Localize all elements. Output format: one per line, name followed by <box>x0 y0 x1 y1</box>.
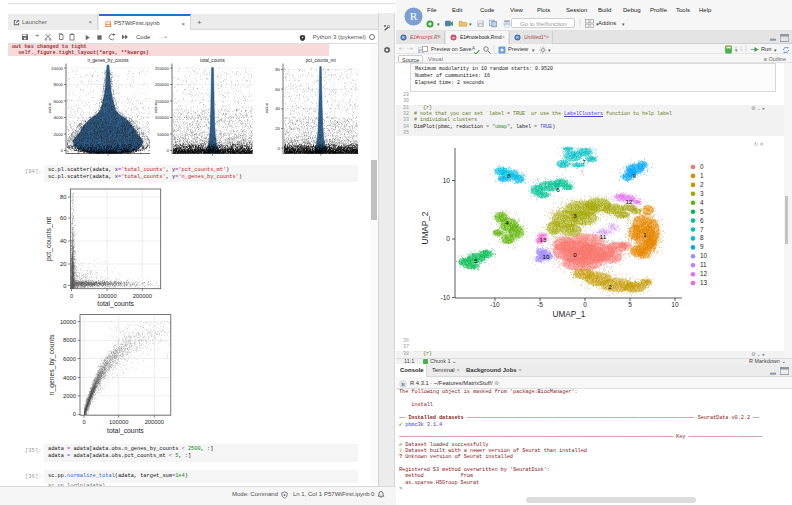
svg-text:8000: 8000 <box>63 337 76 343</box>
svg-text:R: R <box>410 10 418 22</box>
svg-text:0: 0 <box>82 419 85 425</box>
svg-text:4000: 4000 <box>53 115 63 120</box>
svg-text:80: 80 <box>275 67 280 72</box>
svg-text:6: 6 <box>556 186 560 193</box>
svg-text:total_counts: total_counts <box>97 300 134 308</box>
svg-text:7: 7 <box>582 158 586 165</box>
svg-text:pct_counts_mt: pct_counts_mt <box>306 58 337 63</box>
svg-text:value: value <box>153 102 158 113</box>
svg-text:100000: 100000 <box>109 419 128 425</box>
svg-text:m: m <box>452 35 455 39</box>
svg-text:5: 5 <box>474 257 478 264</box>
svg-text:9: 9 <box>632 172 636 179</box>
svg-text:12: 12 <box>626 198 633 205</box>
svg-text:40: 40 <box>60 238 66 244</box>
svg-text:R: R <box>516 35 519 40</box>
svg-text:50000: 50000 <box>157 132 170 137</box>
svg-text:n_genes_by_counts: n_genes_by_counts <box>48 334 56 395</box>
svg-text:total_counts: total_counts <box>200 58 225 63</box>
svg-text:3: 3 <box>700 190 704 197</box>
svg-text:7: 7 <box>700 226 704 233</box>
svg-text:250000: 250000 <box>155 66 170 71</box>
svg-text:6: 6 <box>700 217 704 224</box>
svg-text:A: A <box>472 46 475 51</box>
svg-text:10: 10 <box>671 301 679 308</box>
svg-text:2000: 2000 <box>63 393 76 399</box>
svg-text:6000: 6000 <box>53 99 63 104</box>
svg-text:0: 0 <box>446 235 450 242</box>
svg-text:8: 8 <box>507 172 511 179</box>
svg-text:pct_counts_mt: pct_counts_mt <box>46 217 54 261</box>
svg-text:5: 5 <box>628 301 632 308</box>
svg-text:8: 8 <box>700 234 704 241</box>
svg-text:13: 13 <box>700 279 708 286</box>
svg-text:n_genes_by_counts: n_genes_by_counts <box>87 58 129 63</box>
svg-text:0: 0 <box>63 283 66 289</box>
svg-text:value: value <box>47 102 52 113</box>
svg-text:8000: 8000 <box>53 82 63 87</box>
svg-text:R: R <box>402 35 405 40</box>
svg-text:2: 2 <box>608 283 612 290</box>
svg-text:13: 13 <box>540 236 547 243</box>
svg-text:-5: -5 <box>537 301 543 308</box>
svg-text:200000: 200000 <box>155 82 170 87</box>
svg-text:10: 10 <box>443 177 451 184</box>
svg-text:200000: 200000 <box>145 419 164 425</box>
svg-text:2: 2 <box>700 181 704 188</box>
svg-text:10000: 10000 <box>51 66 64 71</box>
svg-text:150000: 150000 <box>155 99 170 104</box>
svg-text:4: 4 <box>505 219 509 226</box>
svg-text:12: 12 <box>700 270 708 277</box>
svg-text:20: 20 <box>275 126 280 131</box>
svg-text:total_counts: total_counts <box>107 427 144 435</box>
svg-text:0: 0 <box>700 163 704 170</box>
svg-text:value: value <box>264 102 269 113</box>
svg-text:4: 4 <box>700 199 704 206</box>
svg-text:1: 1 <box>700 172 704 179</box>
svg-text:11: 11 <box>700 261 707 268</box>
svg-text:100000: 100000 <box>97 293 116 299</box>
svg-text:9: 9 <box>700 243 704 250</box>
svg-text:80: 80 <box>60 194 66 200</box>
svg-text:100000: 100000 <box>155 115 170 120</box>
svg-text:5: 5 <box>700 208 704 215</box>
svg-text:200000: 200000 <box>133 293 152 299</box>
svg-text:0: 0 <box>583 301 587 308</box>
svg-text:40: 40 <box>275 106 280 111</box>
svg-text:10: 10 <box>700 252 708 259</box>
svg-text:60: 60 <box>60 215 66 221</box>
svg-text:60: 60 <box>275 87 280 92</box>
svg-text:UMAP_1: UMAP_1 <box>553 310 586 319</box>
svg-text:11: 11 <box>600 233 607 240</box>
svg-text:10: 10 <box>543 253 550 260</box>
svg-text:1: 1 <box>643 231 647 238</box>
svg-text:-10: -10 <box>440 294 450 301</box>
svg-text:UMAP_2: UMAP_2 <box>421 211 430 244</box>
svg-text:0: 0 <box>70 293 73 299</box>
svg-text:3: 3 <box>573 212 577 219</box>
svg-text:10000: 10000 <box>60 319 76 325</box>
svg-text:0: 0 <box>73 411 76 417</box>
svg-text:-10: -10 <box>490 301 500 308</box>
svg-text:0: 0 <box>573 251 577 258</box>
svg-text:6000: 6000 <box>63 356 76 362</box>
svg-text:20: 20 <box>60 261 66 267</box>
svg-text:4000: 4000 <box>63 375 76 381</box>
svg-text:2000: 2000 <box>53 132 63 137</box>
